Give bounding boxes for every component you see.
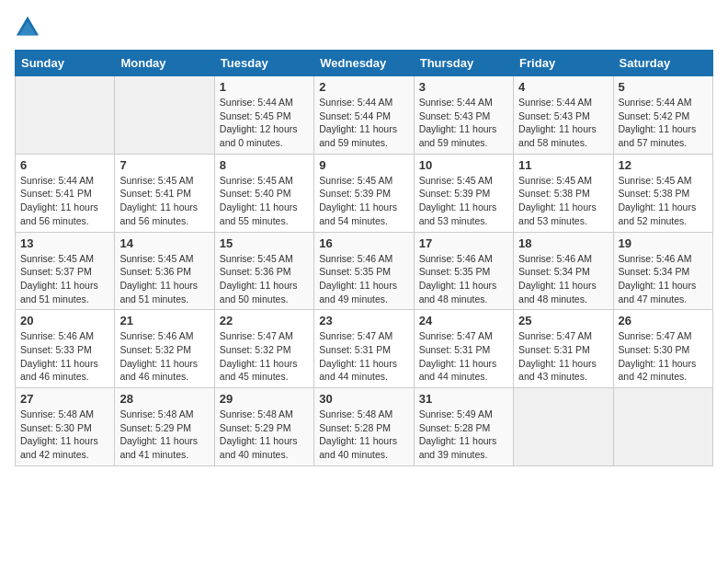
day-number: 21: [119, 314, 209, 327]
day-info: Sunrise: 5:47 AM Sunset: 5:31 PM Dayligh…: [419, 329, 508, 384]
calendar-week-row: 27Sunrise: 5:48 AM Sunset: 5:30 PM Dayli…: [16, 388, 713, 466]
day-number: 3: [419, 80, 508, 94]
day-info: Sunrise: 5:48 AM Sunset: 5:29 PM Dayligh…: [119, 408, 209, 462]
day-number: 13: [20, 236, 109, 250]
day-info: Sunrise: 5:48 AM Sunset: 5:30 PM Dayligh…: [20, 408, 109, 462]
calendar-week-row: 6Sunrise: 5:44 AM Sunset: 5:41 PM Daylig…: [16, 154, 713, 232]
day-info: Sunrise: 5:44 AM Sunset: 5:41 PM Dayligh…: [20, 174, 109, 228]
day-info: Sunrise: 5:45 AM Sunset: 5:38 PM Dayligh…: [619, 174, 708, 228]
calendar-table: SundayMondayTuesdayWednesdayThursdayFrid…: [15, 50, 713, 466]
day-info: Sunrise: 5:47 AM Sunset: 5:32 PM Dayligh…: [220, 329, 309, 384]
weekday-header: Thursday: [414, 51, 513, 76]
weekday-header: Wednesday: [314, 51, 414, 76]
day-number: 18: [518, 236, 608, 250]
day-number: 29: [220, 392, 309, 406]
day-info: Sunrise: 5:45 AM Sunset: 5:39 PM Dayligh…: [319, 174, 408, 228]
day-info: Sunrise: 5:44 AM Sunset: 5:43 PM Dayligh…: [518, 96, 608, 150]
calendar-cell: 22Sunrise: 5:47 AM Sunset: 5:32 PM Dayli…: [214, 310, 313, 388]
day-info: Sunrise: 5:45 AM Sunset: 5:38 PM Dayligh…: [518, 174, 608, 228]
day-info: Sunrise: 5:49 AM Sunset: 5:28 PM Dayligh…: [419, 408, 508, 462]
calendar-cell: 14Sunrise: 5:45 AM Sunset: 5:36 PM Dayli…: [115, 232, 214, 310]
day-number: 10: [419, 158, 508, 172]
day-info: Sunrise: 5:47 AM Sunset: 5:31 PM Dayligh…: [319, 329, 408, 384]
weekday-header: Tuesday: [214, 51, 313, 76]
day-number: 1: [220, 80, 309, 94]
day-number: 8: [220, 158, 309, 172]
calendar-cell: 2Sunrise: 5:44 AM Sunset: 5:44 PM Daylig…: [314, 76, 414, 155]
calendar-week-row: 1Sunrise: 5:44 AM Sunset: 5:45 PM Daylig…: [16, 76, 713, 155]
day-info: Sunrise: 5:47 AM Sunset: 5:31 PM Dayligh…: [518, 329, 608, 384]
calendar-cell: 5Sunrise: 5:44 AM Sunset: 5:42 PM Daylig…: [613, 76, 712, 155]
calendar-week-row: 13Sunrise: 5:45 AM Sunset: 5:37 PM Dayli…: [16, 232, 713, 310]
calendar-cell: 23Sunrise: 5:47 AM Sunset: 5:31 PM Dayli…: [314, 310, 414, 388]
day-info: Sunrise: 5:45 AM Sunset: 5:39 PM Dayligh…: [419, 174, 508, 228]
calendar-cell: 6Sunrise: 5:44 AM Sunset: 5:41 PM Daylig…: [16, 154, 115, 232]
day-info: Sunrise: 5:46 AM Sunset: 5:35 PM Dayligh…: [419, 252, 508, 306]
weekday-header: Saturday: [613, 51, 712, 76]
calendar-cell: 1Sunrise: 5:44 AM Sunset: 5:45 PM Daylig…: [214, 76, 313, 155]
day-info: Sunrise: 5:45 AM Sunset: 5:40 PM Dayligh…: [220, 174, 309, 228]
calendar-cell: 17Sunrise: 5:46 AM Sunset: 5:35 PM Dayli…: [414, 232, 513, 310]
day-info: Sunrise: 5:46 AM Sunset: 5:33 PM Dayligh…: [20, 329, 109, 384]
day-number: 26: [619, 314, 708, 327]
weekday-header: Monday: [115, 51, 214, 76]
day-number: 9: [319, 158, 408, 172]
calendar-cell: 30Sunrise: 5:48 AM Sunset: 5:28 PM Dayli…: [314, 388, 414, 466]
page-header: [15, 15, 713, 40]
calendar-cell: 3Sunrise: 5:44 AM Sunset: 5:43 PM Daylig…: [414, 76, 513, 155]
day-info: Sunrise: 5:45 AM Sunset: 5:37 PM Dayligh…: [20, 252, 109, 306]
logo-icon: [15, 15, 40, 40]
weekday-header: Friday: [514, 51, 613, 76]
day-info: Sunrise: 5:48 AM Sunset: 5:28 PM Dayligh…: [319, 408, 408, 462]
day-number: 31: [419, 392, 508, 406]
day-number: 23: [319, 314, 408, 327]
calendar-cell: 24Sunrise: 5:47 AM Sunset: 5:31 PM Dayli…: [414, 310, 513, 388]
day-info: Sunrise: 5:46 AM Sunset: 5:34 PM Dayligh…: [518, 252, 608, 306]
day-number: 4: [518, 80, 608, 94]
calendar-cell: 8Sunrise: 5:45 AM Sunset: 5:40 PM Daylig…: [214, 154, 313, 232]
weekday-header: Sunday: [16, 51, 115, 76]
day-number: 24: [419, 314, 508, 327]
calendar-cell: 10Sunrise: 5:45 AM Sunset: 5:39 PM Dayli…: [414, 154, 513, 232]
day-number: 28: [119, 392, 209, 406]
calendar-week-row: 20Sunrise: 5:46 AM Sunset: 5:33 PM Dayli…: [16, 310, 713, 388]
calendar-cell: 19Sunrise: 5:46 AM Sunset: 5:34 PM Dayli…: [613, 232, 712, 310]
day-info: Sunrise: 5:46 AM Sunset: 5:35 PM Dayligh…: [319, 252, 408, 306]
calendar-cell: 28Sunrise: 5:48 AM Sunset: 5:29 PM Dayli…: [115, 388, 214, 466]
day-number: 15: [220, 236, 309, 250]
calendar-cell: [613, 388, 712, 466]
day-number: 27: [20, 392, 109, 406]
day-number: 20: [20, 314, 109, 327]
calendar-cell: 18Sunrise: 5:46 AM Sunset: 5:34 PM Dayli…: [514, 232, 613, 310]
calendar-cell: 25Sunrise: 5:47 AM Sunset: 5:31 PM Dayli…: [514, 310, 613, 388]
day-info: Sunrise: 5:44 AM Sunset: 5:45 PM Dayligh…: [220, 96, 309, 150]
calendar-cell: 27Sunrise: 5:48 AM Sunset: 5:30 PM Dayli…: [16, 388, 115, 466]
calendar-cell: 20Sunrise: 5:46 AM Sunset: 5:33 PM Dayli…: [16, 310, 115, 388]
day-number: 16: [319, 236, 408, 250]
calendar-cell: 26Sunrise: 5:47 AM Sunset: 5:30 PM Dayli…: [613, 310, 712, 388]
calendar-cell: 13Sunrise: 5:45 AM Sunset: 5:37 PM Dayli…: [16, 232, 115, 310]
calendar-cell: 31Sunrise: 5:49 AM Sunset: 5:28 PM Dayli…: [414, 388, 513, 466]
day-number: 11: [518, 158, 608, 172]
day-info: Sunrise: 5:44 AM Sunset: 5:44 PM Dayligh…: [319, 96, 408, 150]
day-info: Sunrise: 5:47 AM Sunset: 5:30 PM Dayligh…: [619, 329, 708, 384]
day-info: Sunrise: 5:45 AM Sunset: 5:36 PM Dayligh…: [220, 252, 309, 306]
calendar-cell: 11Sunrise: 5:45 AM Sunset: 5:38 PM Dayli…: [514, 154, 613, 232]
calendar-cell: [115, 76, 214, 155]
day-info: Sunrise: 5:44 AM Sunset: 5:43 PM Dayligh…: [419, 96, 508, 150]
day-number: 17: [419, 236, 508, 250]
day-number: 22: [220, 314, 309, 327]
logo: [15, 15, 44, 40]
calendar-cell: 12Sunrise: 5:45 AM Sunset: 5:38 PM Dayli…: [613, 154, 712, 232]
day-info: Sunrise: 5:44 AM Sunset: 5:42 PM Dayligh…: [619, 96, 708, 150]
calendar-cell: 15Sunrise: 5:45 AM Sunset: 5:36 PM Dayli…: [214, 232, 313, 310]
day-info: Sunrise: 5:45 AM Sunset: 5:41 PM Dayligh…: [119, 174, 209, 228]
day-number: 5: [619, 80, 708, 94]
day-number: 12: [619, 158, 708, 172]
day-number: 2: [319, 80, 408, 94]
day-info: Sunrise: 5:48 AM Sunset: 5:29 PM Dayligh…: [220, 408, 309, 462]
calendar-header-row: SundayMondayTuesdayWednesdayThursdayFrid…: [16, 51, 713, 76]
calendar-cell: 21Sunrise: 5:46 AM Sunset: 5:32 PM Dayli…: [115, 310, 214, 388]
day-number: 25: [518, 314, 608, 327]
calendar-cell: [514, 388, 613, 466]
